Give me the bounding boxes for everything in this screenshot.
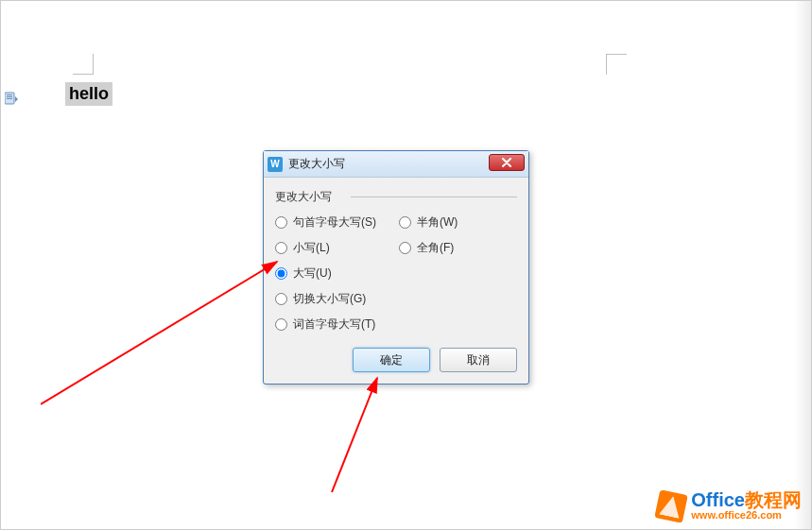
radio-label: 小写(L) [293,240,330,256]
radio-label: 大写(U) [293,265,332,282]
radio-lowercase[interactable]: 小写(L) [275,240,376,256]
change-case-dialog: W 更改大小写 更改大小写 句首字母大写(S) 小写(L) [263,150,529,385]
annotation-arrow-to-radio [41,258,286,409]
radio-uppercase[interactable]: 大写(U) [275,265,376,282]
svg-rect-1 [7,94,12,95]
page-margin-corner-top-right [606,54,627,75]
close-icon [501,158,512,167]
fieldset-legend: 更改大小写 [275,189,337,205]
radio-capitalize-each-word[interactable]: 词首字母大写(T) [275,316,376,333]
watermark-brand: Office教程网 [691,490,802,510]
annotation-arrow-to-ok [322,374,417,497]
radio-input[interactable] [275,267,287,280]
radio-label: 句首字母大写(S) [293,214,376,231]
watermark-url: www.office26.com [691,510,802,521]
radio-input[interactable] [399,216,411,229]
ok-button[interactable]: 确定 [353,348,430,372]
radio-input[interactable] [399,242,411,254]
radio-label: 词首字母大写(T) [293,316,375,333]
scrollbar-region[interactable] [794,1,811,529]
radio-label: 切换大小写(G) [293,291,366,307]
radio-label: 半角(W) [417,214,458,231]
page-margin-corner-top-left [73,54,94,75]
close-button[interactable] [489,154,525,171]
svg-rect-2 [7,96,12,97]
radio-half-width[interactable]: 半角(W) [399,214,458,231]
radio-input[interactable] [275,216,287,229]
radio-input[interactable] [275,318,287,331]
radio-input[interactable] [275,242,287,254]
radio-full-width[interactable]: 全角(F) [399,240,458,256]
radio-sentence-case[interactable]: 句首字母大写(S) [275,214,376,231]
watermark-logo-icon [655,489,689,523]
radio-label: 全角(F) [417,240,454,256]
cancel-button[interactable]: 取消 [440,348,517,372]
dialog-titlebar[interactable]: W 更改大小写 [264,151,528,178]
svg-line-4 [41,262,277,404]
watermark: Office教程网 www.office26.com [657,490,802,521]
paste-options-icon[interactable] [5,92,18,105]
radio-toggle-case[interactable]: 切换大小写(G) [275,291,376,307]
document-selected-text[interactable]: hello [65,82,112,106]
dialog-title: 更改大小写 [288,156,345,172]
svg-rect-3 [7,98,12,99]
wps-app-icon: W [268,157,283,172]
svg-line-5 [332,378,377,492]
change-case-fieldset: 更改大小写 句首字母大写(S) 小写(L) 大写(U) [275,189,517,333]
radio-input[interactable] [275,293,287,305]
